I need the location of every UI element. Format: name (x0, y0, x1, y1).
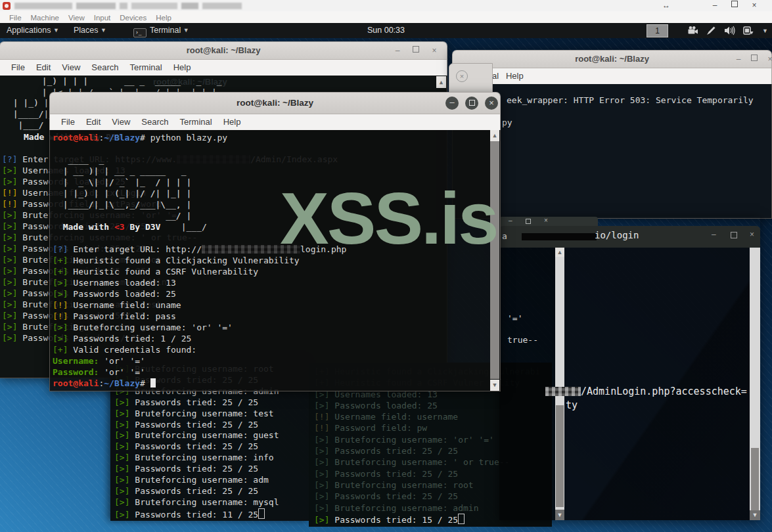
applications-menu[interactable]: Applications ▼ (7, 23, 59, 38)
maximize-button[interactable] (411, 46, 420, 55)
menu-item-view[interactable]: View (62, 60, 80, 76)
titlebar[interactable]: root@kali: ~/Blazy – × (49, 92, 501, 114)
menu-item-file[interactable]: File (11, 60, 25, 76)
menu-item-edit[interactable]: Edit (86, 114, 101, 130)
scroll-down-button[interactable]: ▼ (750, 510, 760, 520)
minimize-icon[interactable]: – (509, 217, 512, 224)
terminal-line: [!] Username field: uname (53, 299, 346, 311)
terminal-cursor (258, 508, 265, 519)
terminal-line: /AdminLogin.php?accesscheck= (581, 386, 747, 397)
minimize-button[interactable]: – (393, 46, 402, 55)
close-button[interactable]: × (750, 230, 754, 239)
close-button[interactable]: × (485, 97, 498, 110)
host-titlebar[interactable]: ↔ – × (0, 0, 772, 11)
terminal-main-panel (564, 248, 750, 520)
terminal-line: [>] Passwords tried: 25 / 25 (114, 397, 279, 409)
terminal-screen[interactable]: root@kali:~/Blazy# python blazy.py ____ … (49, 130, 501, 391)
close-icon[interactable]: × (544, 217, 548, 224)
titlebar[interactable]: a io/login – × (499, 226, 760, 248)
scrollbar-thumb[interactable] (751, 448, 759, 510)
minimize-button[interactable]: – (445, 97, 459, 110)
volume-icon[interactable] (724, 26, 735, 35)
window-title: root@kali: ~/Blazy (0, 42, 447, 59)
stylus-icon[interactable] (706, 26, 716, 35)
terminal-line: py (502, 117, 512, 128)
terminal-line: [>] Passwords tried: 25 / 25 (114, 464, 279, 475)
terminal-line: [>] Bruteforcing username: adm (114, 475, 279, 486)
scroll-down-button[interactable]: ▼ (490, 380, 499, 391)
battery-icon[interactable] (743, 26, 754, 35)
camcorder-icon[interactable] (687, 26, 698, 35)
maximize-button[interactable] (465, 97, 478, 110)
terminal-line: [>] Passwords tried: 11 / 25 (114, 508, 279, 521)
terminal-line: [>] Bruteforcing username: 'or' '=' (53, 322, 346, 333)
menu-item-view[interactable]: View (68, 12, 85, 24)
host-close-button[interactable]: × (747, 1, 761, 11)
scrollbar-thumb[interactable] (556, 405, 564, 507)
menu-item-search[interactable]: Search (141, 114, 168, 130)
window-title: root@kali: ~/Blazy (453, 51, 771, 68)
menu-item-help[interactable]: Help (223, 114, 241, 130)
terminal-cursor (458, 514, 465, 524)
minimize-button[interactable]: – (734, 55, 743, 64)
app-logo-icon (3, 2, 11, 10)
close-button[interactable]: × (765, 55, 772, 64)
desktop-panel: Applications ▼ Places ▼ ›_Terminal ▼ Sun… (0, 23, 772, 38)
minimize-button[interactable]: – (712, 230, 716, 239)
maximize-button[interactable] (750, 55, 759, 64)
screen-sheen (564, 248, 750, 520)
scrollbar[interactable]: ▼ (750, 248, 760, 520)
chevron-down-icon: ▼ (183, 27, 189, 33)
terminal-line: [!] Password field: pass (53, 311, 346, 322)
window-title: root@kali: ~/Blazy (50, 93, 500, 114)
menu-item-devices[interactable]: Devices (120, 12, 147, 24)
redacted-window-title (14, 3, 242, 9)
host-minimize-button[interactable]: – (708, 1, 722, 11)
menu-item-search[interactable]: Search (91, 60, 118, 76)
terminal-line: [>] Bruteforcing username: test (114, 409, 279, 420)
maximize-icon[interactable] (526, 219, 531, 224)
menu-item-help[interactable]: Help (156, 12, 171, 24)
menu-item-view[interactable]: View (112, 114, 130, 130)
terminal-line: [>] Passwords tried: 25 / 25 (114, 486, 279, 497)
window-fragment: × (449, 63, 493, 95)
menu-item-edit[interactable]: Edit (36, 60, 51, 76)
menubar: FileEditViewSearchTerminalHelp (49, 114, 501, 130)
window-title: io/login (595, 230, 639, 240)
close-icon[interactable]: × (456, 70, 468, 82)
terminal-line: [>] Bruteforcing username: info (114, 453, 279, 464)
terminal-window-button[interactable]: ›_Terminal ▼ (133, 23, 189, 38)
terminal-line: [+] Heuristic found a CSRF Vulnerability (53, 266, 346, 277)
resize-icon[interactable]: ↔ (659, 1, 673, 11)
clock[interactable]: Sun 00:33 (367, 23, 405, 38)
terminal-line: [>] Passwords loaded: 25 (53, 288, 346, 299)
chevron-down-icon: ▼ (101, 27, 106, 33)
maximize-button[interactable] (731, 232, 737, 238)
chevron-down-icon[interactable]: ▼ (762, 28, 768, 34)
menu-item-file[interactable]: File (61, 114, 75, 130)
watermark: XSS.is (280, 176, 497, 261)
menu-item-input[interactable]: Input (94, 12, 111, 24)
scroll-up-button[interactable]: ▲ (490, 130, 499, 141)
menu-item-file[interactable]: File (9, 12, 22, 24)
terminal-screen[interactable]: '=' true-- ▲ ▼ /AdminLogin.php?accessche… (499, 248, 760, 520)
scroll-up-button[interactable]: ▲ (436, 76, 446, 88)
titlebar[interactable]: root@kali: ~/Blazy – × (452, 50, 772, 68)
menu-item-terminal[interactable]: Terminal (180, 114, 212, 130)
terminal-line: true-- (507, 335, 538, 345)
menu-item-machine[interactable]: Machine (31, 12, 59, 24)
terminal-line: [+] Valid credentials found: (53, 344, 346, 355)
terminal-line: '=' (507, 313, 522, 323)
close-button[interactable]: × (430, 46, 439, 55)
scroll-up-button[interactable]: ▲ (555, 248, 564, 257)
menu-fragment: al Help (492, 68, 524, 84)
host-maximize-button[interactable] (727, 1, 742, 11)
scroll-down-button[interactable]: ▼ (555, 510, 564, 520)
places-menu[interactable]: Places ▼ (74, 23, 106, 38)
titlebar[interactable]: root@kali: ~/Blazy – × (0, 41, 447, 60)
workspace-switcher[interactable]: 1 (647, 24, 668, 37)
menu-item-help[interactable]: Help (173, 60, 191, 76)
menu-item-terminal[interactable]: Terminal (130, 60, 162, 76)
terminal-window-iologin[interactable]: – × a io/login – × '=' true-- ▲ ▼ /Admin… (499, 217, 760, 520)
scrollbar[interactable]: ▲ ▼ (555, 248, 564, 520)
